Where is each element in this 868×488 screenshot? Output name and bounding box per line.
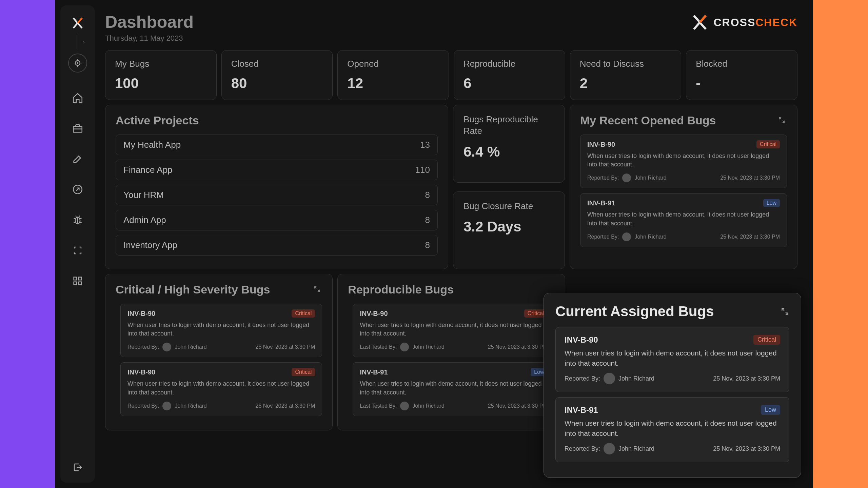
- svg-point-1: [77, 62, 79, 64]
- avatar: [622, 174, 631, 182]
- stats-row: My Bugs100 Closed80 Opened12 Reproducibl…: [105, 50, 797, 100]
- active-projects-panel: Active Projects My Health App13 Finance …: [105, 105, 448, 269]
- project-item[interactable]: Inventory App8: [116, 235, 438, 256]
- external-link-icon[interactable]: [72, 184, 83, 195]
- avatar: [400, 402, 409, 410]
- severity-badge: Critical: [292, 368, 315, 376]
- bug-card[interactable]: INV-B-90Critical When user tries to logi…: [353, 304, 554, 357]
- app-container: Dashboard Thursday, 11 May 2023 CROSSCHE…: [55, 0, 813, 488]
- right-accent-bar: [813, 0, 868, 488]
- project-item[interactable]: Finance App110: [116, 160, 438, 180]
- avatar: [162, 343, 171, 351]
- avatar: [622, 232, 631, 241]
- critical-bugs-title: Critical / High Severity Bugs: [116, 283, 270, 296]
- active-projects-title: Active Projects: [116, 114, 438, 127]
- closure-rate-card: Bug Closure Rate 3.2 Days: [453, 191, 565, 269]
- bug-card[interactable]: INV-B-91Low When user tries to login wit…: [580, 193, 787, 247]
- title-block: Dashboard Thursday, 11 May 2023: [105, 12, 194, 43]
- severity-badge: Critical: [753, 335, 780, 345]
- grid-icon[interactable]: [72, 275, 83, 287]
- reproducible-bugs-panel: Reproducible Bugs INV-B-90Critical When …: [337, 274, 565, 430]
- target-icon[interactable]: [68, 54, 87, 73]
- rate-column: Bugs Reproducible Rate 6.4 % Bug Closure…: [453, 105, 565, 269]
- brand: CROSSCHECK: [690, 12, 797, 33]
- avatar: [162, 402, 171, 410]
- reproducible-bugs-title: Reproducible Bugs: [348, 283, 454, 296]
- project-item[interactable]: My Health App13: [116, 135, 438, 155]
- bug-card[interactable]: INV-B-90Critical When user tries to logi…: [580, 135, 787, 188]
- svg-rect-7: [74, 282, 77, 285]
- expand-icon[interactable]: [778, 116, 787, 125]
- edit-icon[interactable]: [72, 153, 83, 165]
- bug-card[interactable]: INV-B-91Low When user tries to login wit…: [555, 397, 789, 462]
- stat-closed[interactable]: Closed80: [221, 50, 333, 100]
- project-item[interactable]: Your HRM8: [116, 185, 438, 205]
- stat-need-to-discuss[interactable]: Need to Discuss2: [570, 50, 682, 100]
- stat-reproducible[interactable]: Reproducible6: [454, 50, 565, 100]
- mid-row: Active Projects My Health App13 Finance …: [105, 105, 797, 269]
- severity-badge: Low: [761, 405, 780, 415]
- severity-badge: Low: [763, 199, 780, 207]
- svg-rect-2: [73, 126, 82, 132]
- assigned-bugs-overlay: Current Assigned Bugs INV-B-90Critical W…: [544, 293, 801, 478]
- nav-icons: [72, 92, 83, 287]
- recent-bugs-panel: My Recent Opened Bugs INV-B-90Critical W…: [570, 105, 797, 269]
- avatar: [604, 373, 615, 384]
- selection-icon[interactable]: [72, 245, 83, 256]
- reproducible-rate-card: Bugs Reproducible Rate 6.4 %: [453, 105, 565, 183]
- expand-icon[interactable]: [781, 307, 789, 316]
- left-accent-bar: [0, 0, 55, 488]
- sidebar-expand-icon[interactable]: [81, 39, 87, 45]
- bug-card[interactable]: INV-B-90Critical When user tries to logi…: [120, 362, 322, 416]
- bug-card[interactable]: INV-B-90Critical When user tries to logi…: [555, 327, 789, 392]
- bug-card[interactable]: INV-B-91Low When user tries to login wit…: [353, 362, 554, 416]
- severity-badge: Critical: [756, 140, 780, 148]
- header: Dashboard Thursday, 11 May 2023 CROSSCHE…: [105, 12, 797, 43]
- svg-rect-6: [79, 277, 82, 280]
- sidebar: [60, 5, 95, 483]
- avatar: [604, 443, 615, 454]
- brand-logo-icon: [690, 12, 710, 33]
- assigned-bugs-title: Current Assigned Bugs: [555, 303, 714, 320]
- logout-icon[interactable]: [72, 462, 83, 473]
- page-date: Thursday, 11 May 2023: [105, 34, 194, 43]
- brand-text: CROSSCHECK: [713, 16, 797, 29]
- bug-icon[interactable]: [72, 214, 83, 226]
- expand-icon[interactable]: [313, 285, 322, 294]
- critical-bugs-panel: Critical / High Severity Bugs INV-B-90Cr…: [105, 274, 333, 430]
- stat-my-bugs[interactable]: My Bugs100: [105, 50, 217, 100]
- stat-blocked[interactable]: Blocked-: [686, 50, 797, 100]
- sidebar-divider: [78, 35, 78, 50]
- project-item[interactable]: Admin App8: [116, 210, 438, 230]
- recent-bugs-title: My Recent Opened Bugs: [580, 114, 716, 127]
- svg-rect-5: [74, 277, 77, 280]
- bug-card[interactable]: INV-B-90Critical When user tries to logi…: [120, 304, 322, 357]
- page-title: Dashboard: [105, 12, 194, 32]
- avatar: [400, 343, 409, 351]
- severity-badge: Critical: [292, 309, 315, 318]
- stat-opened[interactable]: Opened12: [337, 50, 449, 100]
- home-icon[interactable]: [72, 92, 83, 104]
- briefcase-icon[interactable]: [72, 123, 83, 134]
- app-logo-icon[interactable]: [70, 15, 86, 31]
- svg-rect-8: [79, 282, 82, 285]
